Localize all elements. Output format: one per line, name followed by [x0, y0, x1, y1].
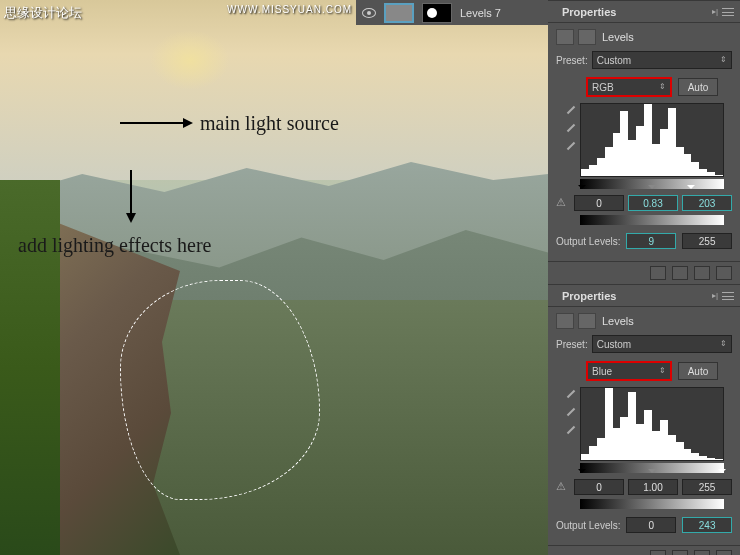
- input-slider[interactable]: [580, 179, 724, 189]
- eyedropper-tools: [564, 387, 578, 437]
- input-slider[interactable]: [580, 463, 724, 473]
- auto-button[interactable]: Auto: [678, 78, 718, 96]
- layer-mask-thumb[interactable]: [422, 3, 452, 23]
- auto-button[interactable]: Auto: [678, 362, 718, 380]
- output-white-input[interactable]: 255: [682, 233, 732, 249]
- output-gradient[interactable]: [580, 499, 724, 509]
- layer-row[interactable]: Levels 7: [356, 0, 548, 25]
- output-white-input[interactable]: 243: [682, 517, 732, 533]
- output-label: Output Levels:: [556, 520, 620, 531]
- channel-select[interactable]: RGB⇕: [586, 77, 672, 97]
- arrow-vertical: [130, 170, 132, 220]
- eyedropper-tools: [564, 103, 578, 153]
- preset-select[interactable]: Custom⇕: [592, 335, 732, 353]
- panel-title[interactable]: Properties: [554, 3, 624, 21]
- channel-value: RGB: [592, 82, 614, 93]
- eyedropper-gray-icon[interactable]: [564, 121, 578, 135]
- black-point-handle[interactable]: [578, 185, 586, 193]
- view-previous-icon[interactable]: [672, 550, 688, 555]
- clip-icon[interactable]: [650, 550, 666, 555]
- chevron-updown-icon: ⇕: [659, 368, 666, 374]
- annotation-lighting-effects: add lighting effects here: [18, 234, 211, 257]
- panel-title[interactable]: Properties: [554, 287, 624, 305]
- annotation-main-light: main light source: [200, 112, 339, 135]
- panel-menu-icon[interactable]: ▸|: [712, 8, 734, 16]
- chevron-updown-icon: ⇕: [720, 57, 727, 63]
- clip-icon[interactable]: [650, 266, 666, 280]
- chevron-updown-icon: ⇕: [720, 341, 727, 347]
- levels-icon[interactable]: [556, 29, 574, 45]
- preset-select[interactable]: Custom⇕: [592, 51, 732, 69]
- adjustment-label: Levels: [602, 31, 634, 43]
- eyedropper-black-icon[interactable]: [564, 103, 578, 117]
- trash-icon[interactable]: [716, 266, 732, 280]
- histogram[interactable]: [580, 103, 724, 177]
- adjustment-label: Levels: [602, 315, 634, 327]
- selection-marquee[interactable]: [120, 280, 320, 500]
- white-input[interactable]: 203: [682, 195, 732, 211]
- gray-point-handle[interactable]: [648, 469, 656, 477]
- view-previous-icon[interactable]: [672, 266, 688, 280]
- arrow-horizontal: [120, 122, 190, 124]
- black-point-handle[interactable]: [578, 469, 586, 477]
- preset-label: Preset:: [556, 339, 588, 350]
- adjustment-thumb[interactable]: [384, 3, 414, 23]
- panel-footer: [548, 545, 740, 555]
- panel-footer: [548, 261, 740, 284]
- channel-select[interactable]: Blue⇕: [586, 361, 672, 381]
- warning-icon[interactable]: ⚠: [556, 480, 570, 494]
- black-input[interactable]: 0: [574, 479, 624, 495]
- mask-icon[interactable]: [578, 29, 596, 45]
- levels-icon[interactable]: [556, 313, 574, 329]
- eyedropper-gray-icon[interactable]: [564, 405, 578, 419]
- histogram[interactable]: [580, 387, 724, 461]
- output-black-input[interactable]: 9: [626, 233, 676, 249]
- eyedropper-black-icon[interactable]: [564, 387, 578, 401]
- white-point-handle[interactable]: [687, 185, 695, 193]
- preset-value: Custom: [597, 55, 631, 66]
- output-black-input[interactable]: 0: [626, 517, 676, 533]
- eyedropper-white-icon[interactable]: [564, 423, 578, 437]
- panel-header: Properties ▸|: [548, 1, 740, 23]
- properties-panels: Properties ▸| Levels Preset: Custom⇕ RGB…: [548, 0, 740, 555]
- white-input[interactable]: 255: [682, 479, 732, 495]
- watermark-top-right: WWW.MISSYUAN.COM: [227, 4, 352, 15]
- properties-panel-blue: Properties ▸| Levels Preset: Custom⇕ Blu…: [548, 284, 740, 555]
- mid-input[interactable]: 0.83: [628, 195, 678, 211]
- white-point-handle[interactable]: [718, 469, 726, 477]
- mid-input[interactable]: 1.00: [628, 479, 678, 495]
- sky-region: [0, 0, 548, 180]
- black-input[interactable]: 0: [574, 195, 624, 211]
- panel-menu-icon[interactable]: ▸|: [712, 292, 734, 300]
- gray-point-handle[interactable]: [648, 185, 656, 193]
- layer-name-label: Levels 7: [460, 7, 501, 19]
- properties-panel-rgb: Properties ▸| Levels Preset: Custom⇕ RGB…: [548, 0, 740, 284]
- preset-label: Preset:: [556, 55, 588, 66]
- eyedropper-white-icon[interactable]: [564, 139, 578, 153]
- mask-icon[interactable]: [578, 313, 596, 329]
- channel-value: Blue: [592, 366, 612, 377]
- sun-glow: [150, 30, 230, 90]
- image-canvas[interactable]: main light source add lighting effects h…: [0, 0, 548, 555]
- output-label: Output Levels:: [556, 236, 620, 247]
- reset-icon[interactable]: [694, 266, 710, 280]
- trash-icon[interactable]: [716, 550, 732, 555]
- reset-icon[interactable]: [694, 550, 710, 555]
- adjustment-type-row: Levels: [556, 313, 732, 329]
- adjustment-type-row: Levels: [556, 29, 732, 45]
- chevron-updown-icon: ⇕: [659, 84, 666, 90]
- preset-value: Custom: [597, 339, 631, 350]
- output-gradient[interactable]: [580, 215, 724, 225]
- visibility-icon[interactable]: [362, 8, 376, 18]
- panel-header: Properties ▸|: [548, 285, 740, 307]
- watermark-top-left: 思缘设计论坛: [4, 4, 82, 22]
- warning-icon[interactable]: ⚠: [556, 196, 570, 210]
